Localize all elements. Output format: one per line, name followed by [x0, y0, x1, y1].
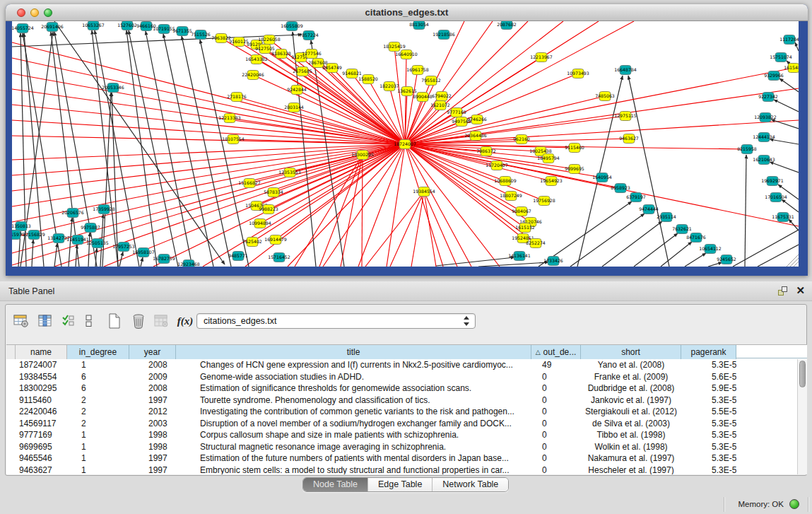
graph-node[interactable]: 9899695: [565, 165, 584, 174]
graph-node[interactable]: 8471676: [686, 233, 706, 243]
graph-node[interactable]: 12444134: [753, 133, 775, 142]
table-row[interactable]: 1456911722003Disruption of a novel membe…: [6, 418, 797, 430]
red-edge[interactable]: [387, 144, 405, 267]
table-row[interactable]: 977716911998Corpus callosum shape and si…: [6, 429, 797, 441]
black-edge[interactable]: [782, 199, 799, 212]
tab-edge-table[interactable]: Edge Table: [368, 478, 433, 491]
graph-node[interactable]: 7625402: [242, 238, 262, 247]
red-edge[interactable]: [12, 144, 405, 160]
column-header-short[interactable]: short: [581, 345, 681, 359]
graph-node[interactable]: 16961758: [406, 66, 429, 75]
black-edge[interactable]: [76, 245, 77, 267]
red-edge[interactable]: [405, 68, 794, 144]
graph-node[interactable]: 10688609: [494, 177, 517, 186]
tab-node-table[interactable]: Node Table: [303, 478, 368, 491]
citation-network-graph[interactable]: 1405572420691406106532671527602946616010…: [12, 21, 799, 267]
red-edge[interactable]: [390, 192, 424, 267]
graph-node[interactable]: 6794022: [432, 92, 452, 101]
graph-node[interactable]: 1640954: [592, 173, 612, 182]
black-edge[interactable]: [733, 230, 799, 267]
table-row[interactable]: 946554611997Estimation of the future num…: [6, 452, 797, 465]
red-edge[interactable]: [12, 144, 405, 238]
red-edge[interactable]: [411, 192, 424, 267]
graph-node[interactable]: 7986372: [476, 147, 496, 156]
graph-node[interactable]: 6379197: [626, 193, 646, 202]
red-edge[interactable]: [12, 74, 405, 144]
graph-node[interactable]: 1621072: [430, 101, 450, 110]
graph-node[interactable]: 19692971: [761, 177, 784, 186]
black-edge[interactable]: [54, 21, 225, 264]
graph-node[interactable]: 10653267: [82, 21, 105, 30]
graph-node[interactable]: 2718176: [227, 93, 247, 102]
graph-node[interactable]: 10654112: [699, 245, 722, 254]
red-edge[interactable]: [12, 42, 405, 144]
graph-node[interactable]: 7955812: [421, 76, 441, 86]
black-edge[interactable]: [795, 42, 799, 51]
red-edge[interactable]: [405, 21, 493, 144]
table-row[interactable]: 911546021997Tourette syndrome. Phenomeno…: [6, 395, 797, 407]
graph-node[interactable]: 12353553: [278, 168, 301, 177]
graph-node[interactable]: 14136141: [508, 252, 531, 261]
graph-node[interactable]: 15166827: [238, 179, 261, 188]
graph-node[interactable]: 9084067: [512, 207, 531, 216]
graph-node[interactable]: 10994894: [249, 219, 271, 228]
black-edge[interactable]: [32, 240, 33, 267]
black-edge[interactable]: [634, 233, 678, 267]
memory-ok-indicator[interactable]: [789, 499, 799, 509]
graph-node[interactable]: 7515526: [191, 30, 211, 40]
graph-node[interactable]: 1117284: [779, 35, 799, 45]
column-header-pagerank[interactable]: pagerank: [681, 345, 736, 359]
table-row[interactable]: 2242004622012Investigating the contribut…: [6, 406, 797, 418]
black-edge[interactable]: [745, 155, 746, 267]
graph-node[interactable]: 9485771: [228, 252, 248, 261]
window-titlebar[interactable]: citations_edges.txt: [6, 4, 808, 21]
graph-node[interactable]: 7632621: [672, 225, 692, 234]
black-edge[interactable]: [770, 139, 799, 144]
graph-node[interactable]: 7857224: [299, 31, 319, 40]
black-edge[interactable]: [436, 257, 514, 266]
column-header-year[interactable]: year: [129, 345, 176, 359]
select-columns-icon[interactable]: [58, 312, 78, 330]
red-edge[interactable]: [365, 192, 424, 267]
close-panel-icon[interactable]: ✕: [796, 284, 805, 297]
table-row[interactable]: 1830029562008Estimation of significance …: [6, 382, 797, 395]
red-edge[interactable]: [260, 144, 405, 223]
graph-node[interactable]: 16958107: [132, 248, 155, 257]
black-edge[interactable]: [129, 30, 178, 267]
graph-node[interactable]: 9160125: [229, 37, 249, 47]
graph-node[interactable]: 12505135: [86, 239, 109, 248]
table-row[interactable]: 946362711997Embryonic stem cells: a mode…: [6, 465, 797, 475]
graph-node[interactable]: 12213967: [530, 53, 553, 62]
table-scrollbar[interactable]: [797, 359, 807, 474]
graph-node[interactable]: 20364486: [464, 132, 487, 141]
column-header-name[interactable]: name: [16, 345, 67, 359]
red-edge[interactable]: [12, 89, 405, 144]
graph-node[interactable]: 19218586: [433, 30, 455, 40]
new-document-icon[interactable]: [105, 312, 124, 330]
black-edge[interactable]: [770, 162, 799, 173]
graph-node[interactable]: 7485063: [595, 92, 615, 101]
graph-node[interactable]: 14055724: [12, 24, 34, 33]
graph-node[interactable]: 8813054: [409, 21, 429, 30]
black-edge[interactable]: [774, 100, 799, 112]
graph-node[interactable]: 1615489: [784, 64, 799, 73]
red-edge[interactable]: [12, 144, 405, 191]
column-header-out_de[interactable]: △out_de...: [531, 345, 581, 359]
graph-node[interactable]: 16640910: [395, 50, 418, 59]
black-edge[interactable]: [758, 245, 799, 267]
graph-node[interactable]: 1527602: [117, 21, 137, 30]
network-canvas[interactable]: 1405572420691406106532671527602946616010…: [12, 21, 799, 267]
graph-node[interactable]: 18107554: [222, 135, 245, 144]
graph-node[interactable]: 15720407: [486, 161, 508, 170]
black-edge[interactable]: [51, 32, 79, 267]
graph-node[interactable]: 9115460: [565, 144, 584, 153]
graph-node[interactable]: 12975115: [614, 112, 637, 121]
red-edge[interactable]: [424, 192, 436, 267]
graph-node[interactable]: 8990448: [413, 93, 433, 102]
function-icon[interactable]: f(x): [175, 312, 195, 330]
graph-node[interactable]: 1615152: [515, 223, 535, 233]
black-edge[interactable]: [570, 214, 645, 267]
red-edge[interactable]: [341, 155, 363, 267]
float-panel-icon[interactable]: [778, 286, 788, 296]
graph-node[interactable]: 9975887: [81, 223, 100, 233]
